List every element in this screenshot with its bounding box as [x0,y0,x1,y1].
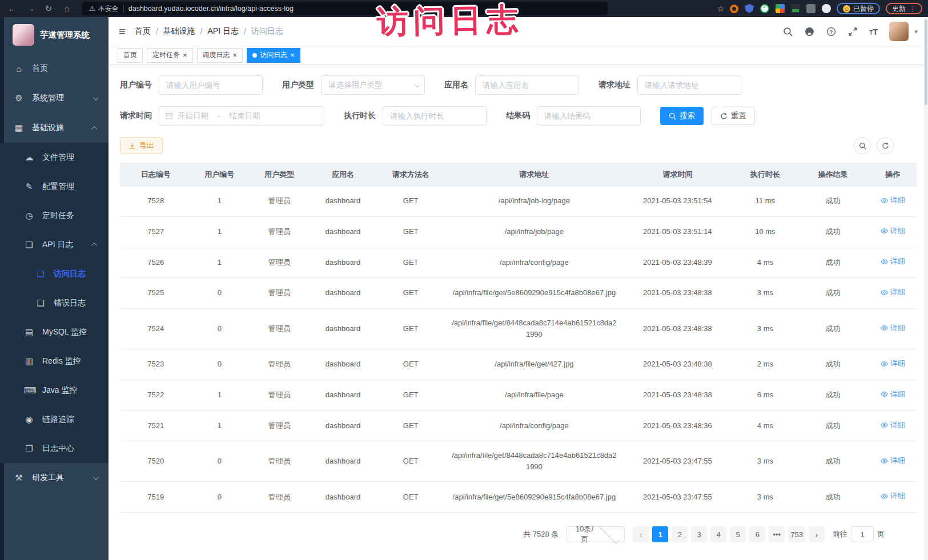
detail-link[interactable]: 详细 [881,195,905,206]
sidebar-item-devtools[interactable]: ⚒研发工具 [0,463,109,493]
address-bar[interactable]: ⚠ 不安全 dashboard.yudao.iocoder.cn/infra/l… [82,2,608,15]
sidebar-item-job[interactable]: ◷定时任务 [0,201,109,230]
export-button[interactable]: 导出 [120,137,163,154]
result-code-input[interactable] [537,106,641,126]
next-page-button[interactable]: › [809,526,825,542]
refresh-table-button[interactable] [877,137,894,154]
close-icon[interactable]: × [183,51,187,59]
detail-link[interactable]: 详细 [881,225,905,237]
duration-input[interactable] [383,106,487,126]
page-button-2[interactable]: 2 [672,526,688,542]
prev-page-button[interactable]: ‹ [633,526,649,542]
detail-link[interactable]: 详细 [881,287,905,298]
sidebar-item-config[interactable]: ✎配置管理 [0,172,109,201]
sidebar-item-redis[interactable]: ▥Redis 监控 [0,347,109,376]
detail-link[interactable]: 详细 [881,389,905,400]
table-cell-action: 详细 [869,308,917,349]
browser-menu-icon[interactable]: ⋮ [909,5,916,13]
toggle-search-button[interactable] [854,137,871,154]
sidebar-item-logcenter[interactable]: ❐日志中心 [0,434,109,463]
user-id-input[interactable] [159,75,263,95]
fullscreen-icon[interactable] [847,26,858,37]
sidebar-item-gear[interactable]: ⚙系统管理 [0,83,109,113]
bookmark-star-icon[interactable]: ☆ [717,4,724,13]
tab-调度日志[interactable]: 调度日志× [197,48,243,63]
hamburger-icon[interactable]: ≡ [119,25,126,38]
sidebar-item-home[interactable]: ⌂首页 [0,54,109,83]
detail-link[interactable]: 详细 [881,256,905,267]
font-size-icon[interactable]: TT [869,27,878,37]
user-type-placeholder: 请选择用户类型 [328,80,415,90]
page-button-4[interactable]: 4 [710,526,726,542]
sidebar-item-errorlog[interactable]: ❏错误日志 [0,288,109,317]
table-cell: /api/infra/file/get/5e8609290e915c4fa8b0… [447,482,622,513]
detail-link[interactable]: 详细 [881,420,905,431]
logcenter-icon: ❐ [24,444,34,454]
breadcrumb-item[interactable]: 首页 [135,26,151,37]
close-icon[interactable]: × [290,51,295,59]
scrollbar-thumb[interactable] [925,19,927,105]
forward-button[interactable]: → [24,0,37,17]
table-cell-action: 详细 [869,247,917,278]
app-name-input[interactable] [475,75,579,95]
sidebar-item-java[interactable]: ⌨Java 监控 [0,376,109,405]
detail-link[interactable]: 详细 [881,455,905,466]
user-type-select[interactable]: 请选择用户类型 [321,75,425,95]
sidebar-item-accesslog[interactable]: ❏访问日志 [0,259,109,288]
table-cell: 2021-05-03 23:48:39 [622,247,733,278]
paused-badge[interactable]: ☺ 已暂停 [837,3,880,14]
breadcrumb-item[interactable]: 基础设施 [163,26,195,37]
reload-button[interactable]: ↻ [42,0,55,17]
extension-icon-4[interactable] [776,4,785,13]
extension-icon-1[interactable] [730,5,738,13]
page-button-5[interactable]: 5 [730,526,746,542]
request-url-input[interactable] [637,75,741,95]
app-logo[interactable]: 芋道管理系统 [0,17,109,54]
breadcrumb-item[interactable]: API 日志 [207,26,238,37]
paused-label: 已暂停 [853,4,874,14]
detail-link[interactable]: 详细 [881,323,905,334]
date-range-picker[interactable]: 开始日期 - 结束日期 [159,106,324,126]
site-security-warning[interactable]: ⚠ 不安全 [89,4,119,14]
page-button-753[interactable]: 753 [788,526,805,542]
close-icon[interactable]: × [233,51,238,59]
sidebar-item-label: 研发工具 [32,473,64,483]
sidebar-item-file[interactable]: ☁文件管理 [0,143,109,172]
user-avatar[interactable] [889,22,909,41]
sidebar-item-apilog[interactable]: ❏API 日志 [0,230,109,259]
reset-button[interactable]: 重置 [712,107,755,125]
tab-首页[interactable]: 首页 [118,48,143,63]
search-icon[interactable] [782,26,793,37]
detail-link-label: 详细 [890,389,905,400]
github-icon[interactable] [804,26,814,37]
page-scrollbar[interactable] [924,17,928,560]
refresh-icon [882,142,889,150]
table-cell: 成功 [797,216,869,247]
detail-link-label: 详细 [890,323,905,334]
extension-icon-5[interactable] [791,4,800,13]
sidebar-item-infra[interactable]: ▦基础设施 [0,113,109,143]
page-button-1[interactable]: 1 [652,526,668,542]
goto-page-input[interactable] [851,526,874,542]
search-button[interactable]: 搜索 [660,107,704,125]
extensions-puzzle-icon[interactable] [822,4,831,13]
extension-icon-6[interactable] [806,4,815,13]
tab-定时任务[interactable]: 定时任务× [147,48,193,63]
page-button-3[interactable]: 3 [691,526,707,542]
sidebar-item-mysql[interactable]: ▤MySQL 监控 [0,317,109,347]
browser-home-button[interactable]: ⌂ [61,0,73,17]
search-icon [859,142,866,150]
tab-访问日志[interactable]: 访问日志× [247,48,300,63]
back-button[interactable]: ← [6,0,18,17]
extension-icon-2[interactable] [745,4,754,13]
update-button[interactable]: 更新 ⋮ [886,3,922,14]
help-icon[interactable]: ? [826,26,836,37]
page-button-6[interactable]: 6 [749,526,765,542]
avatar-caret-icon[interactable]: ▾ [914,28,918,35]
detail-link[interactable]: 详细 [881,490,905,502]
sidebar-item-label: 首页 [32,63,48,74]
extension-icon-3[interactable] [760,4,769,13]
sidebar-item-trace[interactable]: ◉链路追踪 [0,405,109,434]
page-size-select[interactable]: 10条/页 [567,526,625,542]
detail-link[interactable]: 详细 [881,358,905,369]
